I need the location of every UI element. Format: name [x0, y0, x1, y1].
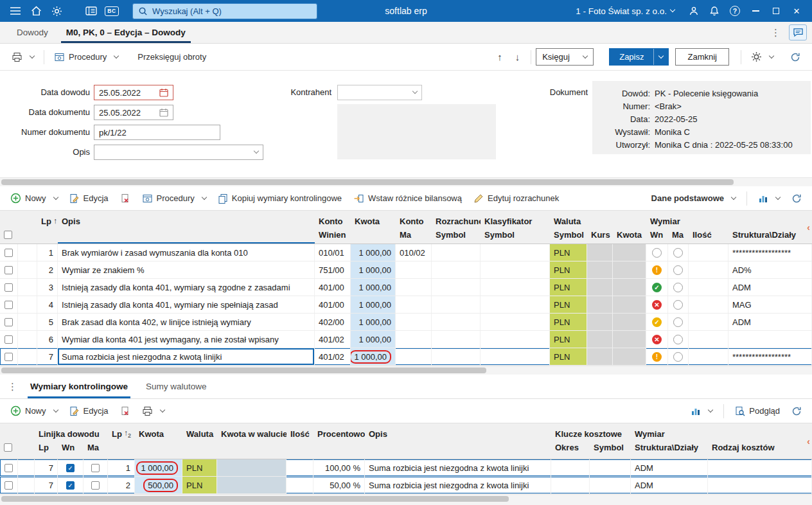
procedury-button[interactable]: Procedury [49, 49, 123, 66]
h-scrollbar-thumb[interactable] [1, 368, 486, 373]
header-kwota[interactable]: Kwota [351, 211, 396, 244]
collapse-columns-icon[interactable]: ‹ [807, 222, 810, 233]
refresh-button[interactable] [785, 49, 806, 66]
minimize-button[interactable] [745, 1, 766, 21]
tab-sumy-walutowe[interactable]: Sumy walutowe [137, 375, 216, 398]
dimension-row[interactable]: 7✓2500,00PLN50,00 %Suma rozbicia jest ni… [0, 477, 812, 494]
help-icon[interactable]: ? [725, 1, 745, 21]
h-scrollbar[interactable] [0, 177, 812, 186]
row-select-checkbox[interactable] [4, 353, 13, 361]
kontrahent-dropdown[interactable] [337, 85, 422, 100]
chart-button[interactable] [685, 403, 718, 420]
header-lp2[interactable]: Lp↑2 [108, 423, 135, 459]
data-dowodu-field[interactable] [94, 85, 173, 100]
opis-cell[interactable]: Istnieją zasady dla konta 401, wymiary s… [58, 279, 315, 296]
insert-balance-diff-button[interactable]: Wstaw różnice bilansową [348, 190, 467, 207]
header-klucze-kosztowe-group[interactable]: Klucze kosztowe Okres Symbol [551, 423, 631, 459]
calendar-icon[interactable] [159, 88, 168, 97]
header-ilosc[interactable]: Ilość [287, 423, 313, 459]
tab-dowody[interactable]: Dowody [8, 22, 57, 43]
modules-icon[interactable] [81, 1, 102, 21]
edit-dimension-button[interactable]: Edycja [64, 403, 114, 420]
numer-dokumentu-input[interactable] [99, 128, 215, 137]
user-icon[interactable] [684, 1, 704, 21]
select-all-checkbox[interactable] [4, 231, 12, 239]
tab-wymiary-kontrolingowe[interactable]: Wymiary kontrolingowe [21, 375, 137, 398]
search-box[interactable] [132, 3, 317, 19]
numer-dokumentu-field[interactable] [94, 125, 220, 140]
document-line-row[interactable]: 1Brak wymiarów i zasad wymuszania dla ko… [0, 244, 812, 261]
move-down-button[interactable]: ↓ [509, 49, 527, 65]
kontrahent-input[interactable] [342, 88, 409, 98]
row-select-checkbox[interactable] [4, 266, 13, 274]
document-line-row[interactable]: 4Istnieją zasady dla konta 401, wymiary … [0, 296, 812, 314]
close-button[interactable]: ✕ [786, 1, 807, 21]
row-select-checkbox[interactable] [4, 318, 13, 326]
document-line-row[interactable]: 7Suma rozbicia jest niezgodna z kwotą li… [0, 348, 812, 366]
header-klasyfikator[interactable]: Klasyfikator Symbol [481, 211, 550, 244]
opis-cell[interactable]: Wymiar ze znakiem % [58, 261, 315, 278]
ma-checkbox[interactable] [91, 481, 100, 490]
print-button[interactable] [137, 403, 170, 420]
opis-dropdown[interactable] [94, 145, 263, 160]
header-wymiar-group[interactable]: Wymiar Wn Ma Ilość Struktura\Działy [646, 211, 812, 244]
select-all-checkbox[interactable] [4, 443, 12, 452]
new-line-button[interactable]: Nowy [5, 190, 63, 207]
document-line-row[interactable]: 3Istnieją zasady dla konta 401, wymiary … [0, 279, 812, 296]
data-dokumentu-input[interactable] [99, 108, 155, 118]
opis-cell[interactable]: Istnieją zasady dla konta 401, wymiary n… [58, 296, 315, 313]
company-selector[interactable]: 1 - Foto Świat sp. z o.o. [576, 6, 675, 16]
header-rozrachunek[interactable]: Rozrachunek Symbol [432, 211, 481, 244]
refresh-button[interactable] [786, 403, 807, 420]
h-scrollbar[interactable] [0, 366, 812, 375]
header-opis[interactable]: Opis [58, 211, 315, 244]
copy-dimensions-button[interactable]: Kopiuj wymiary kontrolingowe [213, 190, 347, 207]
document-line-row[interactable]: 5Brak zasad dla konta 402, w linijce ist… [0, 314, 812, 331]
header-wymiar-group[interactable]: Wymiar Struktura\Działy Rodzaj kosztów [631, 423, 812, 459]
workflow-settings-button[interactable] [746, 48, 779, 66]
data-dokumentu-field[interactable] [94, 105, 173, 120]
header-kwota-w-walucie[interactable]: Kwota w walucie [217, 423, 287, 459]
chart-button[interactable] [753, 190, 785, 207]
row-select-checkbox[interactable] [4, 481, 13, 490]
row-select-checkbox[interactable] [4, 283, 13, 292]
przeksieguj-obroty-button[interactable]: Przeksięguj obroty [132, 49, 211, 65]
calendar-icon[interactable] [159, 108, 168, 117]
data-dowodu-input[interactable] [99, 88, 155, 98]
maximize-button[interactable] [766, 1, 786, 21]
wn-checkbox[interactable]: ✓ [66, 481, 75, 490]
collapse-columns-icon[interactable]: ‹ [807, 436, 810, 447]
opis-cell[interactable]: Brak zasad dla konta 402, w linijce istn… [58, 314, 315, 330]
search-input[interactable] [152, 6, 312, 16]
document-line-row[interactable]: 2Wymiar ze znakiem %751/001 000,00PLN!AD… [0, 261, 812, 279]
row-select-checkbox[interactable] [4, 464, 13, 472]
comments-button[interactable] [789, 24, 807, 40]
zapisz-button[interactable]: Zapisz [609, 48, 669, 66]
header-waluta[interactable]: Waluta [182, 423, 217, 459]
move-up-button[interactable]: ↑ [491, 49, 509, 65]
wn-checkbox[interactable]: ✓ [66, 464, 75, 472]
preview-button[interactable]: Podgląd [730, 403, 785, 420]
bc-badge[interactable]: BC [102, 1, 122, 21]
header-kwota[interactable]: Kwota [135, 423, 182, 459]
tab-overflow-menu-icon[interactable]: ⋮ [769, 27, 782, 39]
h-scrollbar-thumb[interactable] [1, 179, 734, 185]
row-select-checkbox[interactable] [4, 301, 13, 309]
header-konto-ma[interactable]: Konto Ma [396, 211, 432, 244]
home-icon[interactable] [26, 1, 46, 21]
h-scrollbar[interactable] [0, 494, 812, 505]
edit-settlement-button[interactable]: Edytuj rozrachunek [468, 190, 564, 207]
delete-line-button[interactable] [115, 190, 136, 207]
header-waluta-group[interactable]: Waluta Symbol Kurs Kwota [550, 211, 646, 244]
print-button[interactable] [6, 49, 39, 66]
opis-cell[interactable]: Wymiar dla konta 401 jest wymagany, a ni… [58, 331, 315, 348]
zapisz-dropdown[interactable] [654, 55, 668, 59]
row-select-checkbox[interactable] [4, 249, 13, 257]
header-linijka-dowodu-group[interactable]: Linijka dowodu Lp Wn Ma [35, 423, 108, 459]
header-lp[interactable]: Lp↑ [37, 211, 58, 244]
opis-cell[interactable]: Suma rozbicia jest niezgodna z kwotą lin… [58, 348, 315, 365]
header-opis[interactable]: Opis [365, 423, 551, 459]
procedury-dropdown[interactable]: Procedury [137, 190, 211, 207]
refresh-button[interactable] [786, 190, 807, 207]
header-procentowo[interactable]: Procentowo [313, 423, 365, 459]
